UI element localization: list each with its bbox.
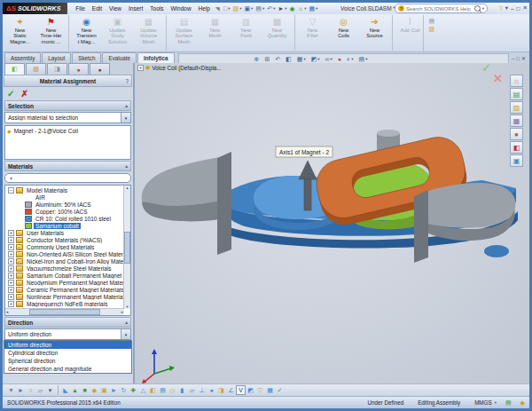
arm-left-plate[interactable] (217, 152, 231, 255)
open-document-icon[interactable]: ▨ ▾ (231, 5, 243, 12)
print-icon[interactable]: ▤ ▾ (254, 5, 266, 12)
display-states-icon[interactable]: ▣ (99, 385, 109, 395)
graphics-area[interactable]: Axis1 of Magnet - 2 (135, 63, 529, 383)
tree-item[interactable]: + Nickel-Iron and Cobalt-Iron Alloy Mate… (5, 257, 124, 265)
tree-item[interactable]: + Non-Oriented AISI Silicon Steel Materi… (5, 250, 124, 257)
expander-icon[interactable]: + (8, 258, 14, 265)
direction-option[interactable]: Uniform direction (4, 341, 131, 349)
update-surface-mesh-button[interactable]: ▤ Update Surface Mesh (166, 15, 200, 51)
minimize-button[interactable]: – (511, 5, 514, 12)
exploded-view-icon[interactable]: △ (138, 385, 148, 395)
reference-geometry-icon[interactable]: ◇ (168, 385, 177, 395)
file-explorer-icon[interactable]: ▨ (510, 101, 523, 114)
feature-tree-label[interactable]: Voice Coil (Default<Displa... (152, 65, 221, 71)
help-bulb-icon[interactable]: ? (499, 5, 503, 12)
materials-filter-field[interactable]: ▼ (4, 173, 131, 183)
custom-properties-icon[interactable]: ◧ (510, 141, 523, 154)
menu-item[interactable]: Insert (125, 5, 146, 12)
menu-item[interactable]: File (72, 5, 88, 12)
expander-icon[interactable]: + (8, 280, 14, 286)
close-button[interactable]: ✕ (523, 4, 528, 12)
hide-component-icon[interactable]: ◆ (90, 385, 99, 395)
section-icon[interactable]: ◨ (216, 385, 226, 395)
new-field-button[interactable]: ▥ New Field (231, 15, 262, 51)
view-palette-icon[interactable]: ▦ (510, 115, 523, 127)
tab-layout[interactable]: Layout (42, 52, 71, 63)
tree-item[interactable]: + User Materials (5, 229, 124, 236)
expander-icon[interactable]: + (8, 244, 14, 250)
measure-icon[interactable]: ∠ (226, 385, 236, 395)
panel-help-icon[interactable]: ? (125, 78, 129, 84)
expander-icon[interactable]: + (8, 294, 14, 300)
tree-item[interactable]: + Magnequench NdFeB materials (5, 300, 124, 307)
expander-icon[interactable]: + (137, 65, 144, 71)
pin-icon[interactable]: ▴ (125, 320, 128, 325)
tree-item[interactable]: Aluminum: 50% IACS (5, 201, 124, 208)
chevron-down-icon[interactable]: ▾ (482, 6, 484, 11)
restore-button[interactable]: □ (517, 5, 520, 12)
point-icon[interactable]: ● (207, 385, 216, 395)
zoom-area-icon[interactable]: ⊞ ▾ (263, 56, 271, 62)
chevron-down-icon[interactable]: ▾ (121, 113, 130, 123)
tree-item[interactable]: − Model Materials (5, 186, 124, 194)
expander-icon[interactable]: + (8, 230, 14, 236)
graphics-viewport[interactable]: Axis1 of Magnet - 2 + ◆ Voice Coil (Defa… (135, 63, 529, 383)
assembly-features-icon[interactable]: ▤ (158, 385, 168, 395)
edit-appearance-icon[interactable]: ● ▾ (336, 56, 342, 62)
selection-section-header[interactable]: Selection ▴ (4, 100, 131, 111)
tree-item[interactable]: + Commonly Used Materials (5, 243, 124, 250)
assign-material-dropdown[interactable]: Assign material to selection ▾ (4, 112, 131, 123)
expander-icon[interactable]: + (8, 287, 14, 293)
options-icon[interactable]: ☼ ▾ (296, 5, 308, 12)
materials-section-header[interactable]: Materials ▴ (4, 161, 131, 171)
pin-menu-icon[interactable]: ◥ (215, 5, 220, 12)
solve-tab-icon[interactable]: ● (90, 63, 110, 75)
scroll-thumb[interactable] (29, 309, 100, 315)
design-check-icon[interactable]: ✓ (275, 385, 285, 395)
scroll-down-icon[interactable]: ▼ (126, 304, 129, 309)
undo-icon[interactable]: ↶ ▾ (266, 5, 277, 12)
new-quantity-button[interactable]: ▩ New Quantity (262, 15, 293, 51)
tab-assembly[interactable]: Assembly (4, 52, 41, 63)
selection-filter-toggle-icon[interactable]: ▼ (6, 385, 16, 395)
search-input[interactable] (406, 6, 473, 12)
menu-item[interactable]: Tools (146, 5, 167, 12)
hide-show-items-icon[interactable]: ∞ ▾ (324, 56, 333, 62)
direction-dropdown[interactable]: Uniform direction ▾ (4, 328, 131, 340)
doc-close-button[interactable]: ✕ (521, 55, 526, 61)
doc-restore-button[interactable]: □ (516, 56, 520, 61)
selection-listbox[interactable]: ◆ Magnet - 2-1@Voice Coil (4, 125, 131, 160)
quick-tips-icon[interactable]: ◆ (520, 399, 525, 407)
chevron-down-icon[interactable]: ▾ (505, 4, 508, 12)
update-all-icon[interactable]: ▤ ▾ (427, 18, 436, 24)
plane-icon[interactable]: ▱ (187, 385, 197, 395)
expander-icon[interactable]: + (8, 237, 14, 243)
rebuild-icon[interactable]: ◉ ▾ (288, 5, 296, 12)
filter-vertices-icon[interactable]: ○ (26, 385, 35, 395)
document-manager-icon[interactable]: ▣ (510, 154, 523, 167)
tab-evaluate[interactable]: Evaluate (102, 52, 137, 63)
smart-fasteners-icon[interactable]: ✚ (129, 385, 138, 395)
expander-icon[interactable]: + (8, 273, 14, 279)
add-coil-button[interactable]: I Add Coil (392, 15, 426, 51)
expander-icon[interactable]: + (8, 251, 14, 257)
display-style-icon[interactable]: ◩ ▾ (309, 56, 321, 62)
arm-right-part[interactable] (428, 183, 516, 228)
scroll-right-icon[interactable]: ► (121, 310, 124, 314)
scroll-up-icon[interactable]: ▲ (126, 186, 129, 190)
confirm-ok-button[interactable]: ✓ (481, 61, 491, 75)
tree-item[interactable]: AIR (5, 194, 124, 201)
tree-item[interactable]: + Conductor Materials (%IACS) (5, 236, 124, 243)
scroll-thumb[interactable] (124, 232, 130, 264)
new-transient-magnetic-button[interactable]: ◉ New Transien t Mag... (68, 15, 102, 51)
new-mesh-button[interactable]: ▦ New Mesh (200, 15, 231, 51)
solidworks-resources-icon[interactable]: ⌂ (510, 75, 523, 87)
horizontal-scrollbar[interactable]: ◄ ► (5, 308, 124, 315)
direction-option[interactable]: General direction and magnitude (4, 365, 131, 373)
arm-right-plate[interactable] (414, 190, 428, 263)
pin-icon[interactable]: ▴ (125, 103, 128, 108)
tree-item[interactable]: + Vacuumschmelze Steel Materials (5, 265, 124, 272)
open-study-icon[interactable]: ▨ ▾ (427, 26, 436, 32)
direction-section-header[interactable]: Direction ▴ (4, 317, 131, 328)
scroll-left-icon[interactable]: ◄ (5, 310, 9, 314)
